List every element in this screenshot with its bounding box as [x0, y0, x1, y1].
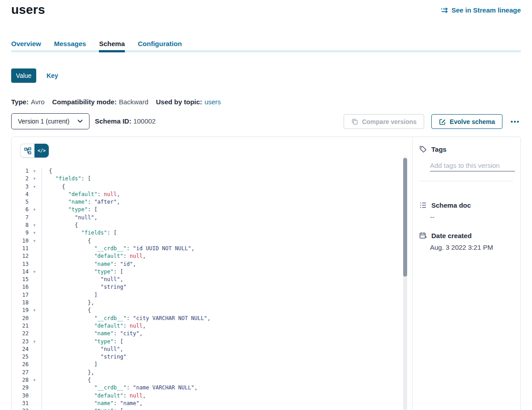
fold-spacer [29, 276, 40, 283]
calendar-add-icon [419, 232, 427, 239]
line-number: 23 [12, 338, 29, 346]
fold-spacer [29, 198, 40, 206]
code-text: "string" [42, 283, 127, 291]
code-line: 32▼ "type": [ [12, 407, 412, 410]
code-line: 3▼ { [12, 183, 412, 191]
line-number: 5 [12, 198, 29, 206]
fold-spacer [29, 369, 40, 376]
fold-spacer [29, 245, 40, 252]
code-line: 30 "default": null, [12, 392, 412, 400]
fold-toggle-icon[interactable]: ▼ [29, 222, 40, 229]
editor-view-toggle: </> [20, 144, 49, 158]
code-text: "null", [42, 346, 123, 353]
fold-spacer [29, 330, 40, 337]
fold-toggle-icon[interactable]: ▼ [29, 237, 40, 245]
fold-spacer [29, 283, 40, 291]
code-text: }, [42, 369, 94, 376]
key-toggle-button[interactable]: Key [47, 72, 58, 79]
compare-versions-button[interactable]: Compare versions [344, 114, 424, 129]
code-text: "default": null, [42, 322, 146, 330]
code-line: 15 "null", [12, 276, 412, 283]
line-number: 28 [12, 376, 29, 384]
code-text: { [42, 237, 91, 245]
fold-toggle-icon[interactable]: ▼ [29, 206, 40, 214]
tab-schema[interactable]: Schema [99, 40, 125, 48]
fold-toggle-icon[interactable]: ▼ [29, 268, 40, 276]
line-number: 30 [12, 392, 29, 400]
code-text: "type": [ [42, 206, 98, 214]
line-number: 7 [12, 214, 29, 222]
tree-view-icon [24, 147, 31, 154]
line-number: 4 [12, 191, 29, 198]
fold-toggle-icon[interactable]: ▼ [29, 183, 40, 191]
code-text: "__crdb__": "city VARCHAR NOT NULL", [42, 315, 210, 322]
line-number: 29 [12, 384, 29, 392]
code-text: "default": null, [42, 191, 120, 198]
schema-code-editor[interactable]: 1▼ {2▼ "fields": [3▼ {4 "default": null,… [12, 167, 412, 410]
fold-spacer [29, 384, 40, 392]
line-number: 8 [12, 222, 29, 229]
fold-toggle-icon[interactable]: ▼ [29, 407, 40, 410]
fold-toggle-icon[interactable]: ▼ [29, 167, 40, 175]
code-line: 1▼ { [12, 167, 412, 175]
used-by-topic-label: Used by topic: [156, 98, 202, 106]
fold-spacer [29, 361, 40, 368]
code-line: 18 }, [12, 299, 412, 307]
type-label: Type: [11, 98, 29, 106]
line-number: 18 [12, 299, 29, 307]
date-created-title: Date created [431, 232, 472, 239]
code-text: "type": [ [42, 338, 123, 346]
fold-toggle-icon[interactable]: ▼ [29, 307, 40, 314]
fold-toggle-icon[interactable]: ▼ [29, 376, 40, 384]
code-text: }, [42, 299, 94, 307]
line-number: 3 [12, 183, 29, 191]
tag-icon [419, 145, 427, 153]
tree-view-button[interactable] [20, 144, 34, 158]
more-options-button[interactable]: ••• [510, 116, 521, 127]
code-line: 27 }, [12, 369, 412, 376]
line-number: 24 [12, 346, 29, 353]
line-number: 32 [12, 407, 29, 410]
code-text: ] [42, 291, 98, 299]
fold-spacer [29, 214, 40, 222]
code-text: "__crdb__": "id UUID NOT NULL", [42, 245, 194, 252]
code-line: 2▼ "fields": [ [12, 175, 412, 183]
compatibility-label: Compatibility mode: [52, 98, 116, 106]
fold-toggle-icon[interactable]: ▼ [29, 338, 40, 346]
tab-configuration[interactable]: Configuration [138, 40, 182, 48]
schema-meta-row: Type: Avro Compatibility mode: Backward … [11, 98, 221, 106]
code-text: { [42, 376, 91, 384]
editor-scrollbar-track [403, 157, 407, 410]
code-line: 17 ] [12, 291, 412, 299]
fold-toggle-icon[interactable]: ▼ [29, 229, 40, 237]
value-toggle-button[interactable]: Value [11, 68, 36, 83]
code-line: 16 "string" [12, 283, 412, 291]
tags-title: Tags [431, 145, 447, 153]
tab-overview[interactable]: Overview [11, 40, 41, 48]
line-number: 26 [12, 361, 29, 368]
stream-lineage-icon [441, 7, 448, 13]
code-line: 5 "name": "after", [12, 198, 412, 206]
version-select[interactable]: Version 1 (current) [11, 113, 89, 129]
stream-lineage-link[interactable]: See in Stream lineage [441, 6, 521, 14]
code-view-button[interactable]: </> [34, 144, 49, 158]
tab-strip [11, 50, 521, 52]
code-line: 25 "string" [12, 353, 412, 361]
date-created-section-header: Date created [419, 232, 472, 239]
add-tags-input[interactable] [430, 159, 515, 171]
code-text: "default": null, [42, 252, 146, 260]
editor-scrollbar-thumb[interactable] [403, 158, 407, 277]
page-title: users [11, 3, 45, 17]
code-line: 24 "null", [12, 346, 412, 353]
tab-messages[interactable]: Messages [54, 40, 86, 48]
code-line: 9▼ "fields": [ [12, 229, 412, 237]
type-value: Avro [31, 98, 45, 106]
sidebar-divider [419, 181, 513, 181]
evolve-schema-button[interactable]: Evolve schema [431, 114, 502, 129]
topic-link[interactable]: users [204, 98, 221, 106]
fold-spacer [29, 392, 40, 400]
code-text: "type": [ [42, 268, 123, 276]
line-number: 11 [12, 245, 29, 252]
schema-id-value: 100002 [133, 117, 156, 125]
fold-toggle-icon[interactable]: ▼ [29, 175, 40, 183]
